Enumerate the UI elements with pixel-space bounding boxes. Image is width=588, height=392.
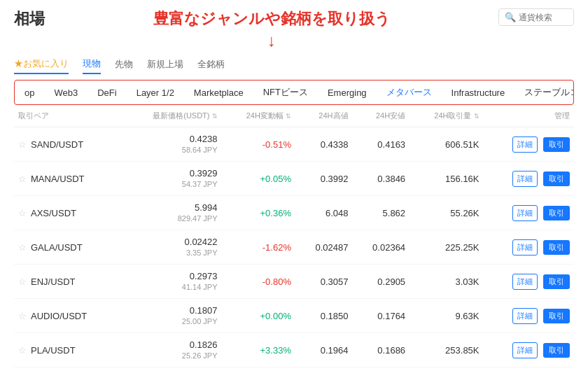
table-row: ☆ PLA/USDT 0.1826 25.26 JPY +3.33% 0.196…: [14, 333, 574, 368]
favorite-star[interactable]: ☆: [18, 276, 27, 287]
cell-manage: 詳細 取引: [484, 127, 574, 162]
price-value: 0.3929: [125, 168, 217, 178]
detail-button[interactable]: 詳細: [512, 308, 538, 324]
change-value: +3.33%: [260, 345, 291, 356]
col-high: 24H高値: [295, 105, 353, 127]
cat-tab-marketplace[interactable]: Marketplace: [184, 82, 253, 104]
page-title: 相場: [14, 8, 45, 29]
filter-tab-spot[interactable]: 現物: [83, 57, 101, 74]
cell-volume: 253.85K: [410, 333, 483, 368]
pair-name-text: AXS/USDT: [31, 208, 76, 218]
cell-low: 0.02364: [353, 230, 410, 265]
cell-manage: 詳細 取引: [484, 230, 574, 265]
cell-change: +0.00%: [222, 299, 295, 333]
pair-name-text: ENJ/USDT: [31, 276, 76, 287]
cat-tab-emerging[interactable]: Emerging: [318, 82, 377, 104]
filter-tab-futures[interactable]: 先物: [115, 58, 133, 74]
cat-tab-defi[interactable]: DeFi: [88, 82, 126, 104]
price-value: 0.1826: [125, 340, 217, 350]
cell-manage: 詳細 取引: [484, 299, 574, 333]
change-value: -0.51%: [262, 139, 291, 150]
search-box[interactable]: 🔍: [498, 8, 574, 26]
trade-button[interactable]: 取引: [543, 206, 570, 220]
filter-tab-new[interactable]: 新規上場: [147, 58, 183, 74]
cell-manage: 詳細 取引: [484, 162, 574, 196]
cell-low: 0.1686: [353, 333, 410, 368]
search-icon: 🔍: [505, 12, 516, 22]
cell-volume: 3.03K: [410, 265, 483, 299]
detail-button[interactable]: 詳細: [512, 205, 538, 221]
favorite-star[interactable]: ☆: [18, 311, 27, 321]
favorite-star[interactable]: ☆: [18, 174, 27, 184]
cell-low: 0.2905: [353, 265, 410, 299]
price-value: 5.994: [125, 202, 217, 213]
cell-low: 0.1764: [353, 299, 410, 333]
search-input[interactable]: [519, 13, 568, 22]
cell-price: 0.3929 54.37 JPY: [120, 162, 221, 196]
price-value: 0.1807: [125, 305, 217, 316]
price-jpy: 25.26 JPY: [182, 351, 218, 360]
cell-change: +3.33%: [222, 333, 295, 368]
pair-name-text: AUDIO/USDT: [31, 311, 87, 321]
table-row: ☆ GALA/USDT 0.02422 3.35 JPY -1.62% 0.02…: [14, 230, 574, 265]
trade-button[interactable]: 取引: [543, 137, 570, 152]
cell-high: 6.048: [295, 196, 353, 230]
price-value: 0.4238: [125, 134, 217, 144]
cell-pair: ☆ AUDIO/USDT: [14, 299, 120, 333]
change-value: -1.62%: [262, 242, 291, 253]
detail-button[interactable]: 詳細: [512, 136, 538, 153]
detail-button[interactable]: 詳細: [512, 342, 538, 358]
cell-low: 0.4163: [353, 127, 410, 162]
favorite-star[interactable]: ☆: [18, 139, 27, 150]
trade-button[interactable]: 取引: [543, 274, 570, 289]
trade-button[interactable]: 取引: [543, 309, 570, 323]
table-row: ☆ AUDIO/USDT 0.1807 25.00 JPY +0.00% 0.1…: [14, 299, 574, 333]
detail-button[interactable]: 詳細: [512, 274, 538, 290]
cell-high: 0.02487: [295, 230, 353, 265]
cell-change: -1.62%: [222, 230, 295, 265]
pair-name-text: MANA/USDT: [31, 174, 85, 184]
col-low: 24H安値: [353, 105, 410, 127]
cat-tab-infra[interactable]: Infrastructure: [442, 82, 515, 104]
col-volume[interactable]: 24H取引量 ⇅: [410, 105, 483, 127]
favorite-star[interactable]: ☆: [18, 242, 27, 253]
cat-tab-web3[interactable]: Web3: [44, 82, 88, 104]
cell-pair: ☆ ENJ/USDT: [14, 265, 120, 299]
cat-tab-op[interactable]: op: [15, 82, 44, 104]
col-price[interactable]: 最新価格(USDT) ⇅: [120, 105, 221, 127]
cell-high: 0.3992: [295, 162, 353, 196]
cell-volume: 9.63K: [410, 299, 483, 333]
cell-pair: ☆ SAND/USDT: [14, 127, 120, 162]
trade-button[interactable]: 取引: [543, 172, 570, 186]
cell-pair: ☆ GALA/USDT: [14, 230, 120, 265]
cell-high: 0.1850: [295, 299, 353, 333]
cat-tab-stablecoin[interactable]: ステーブルコイン: [514, 80, 574, 104]
favorite-star[interactable]: ☆: [18, 345, 27, 356]
price-jpy: 41.14 JPY: [182, 283, 218, 291]
favorite-star[interactable]: ☆: [18, 208, 27, 218]
col-change[interactable]: 24H変動幅 ⇅: [222, 105, 295, 127]
cat-tab-nft[interactable]: NFTビース: [253, 80, 318, 104]
cell-manage: 詳細 取引: [484, 333, 574, 368]
cat-tab-layer[interactable]: Layer 1/2: [127, 82, 184, 104]
cell-volume: 225.25K: [410, 230, 483, 265]
cell-price: 0.1826 25.26 JPY: [120, 333, 221, 368]
cat-tab-metaverse[interactable]: メタバース: [377, 80, 442, 104]
detail-button[interactable]: 詳細: [512, 171, 538, 187]
filter-tab-fav[interactable]: ★お気に入り: [14, 57, 69, 74]
category-tabs: op Web3 DeFi Layer 1/2 Marketplace NFTビー…: [14, 80, 574, 105]
change-value: +0.00%: [260, 311, 291, 321]
cell-price: 0.02422 3.35 JPY: [120, 230, 221, 265]
cell-pair: ☆ AXS/USDT: [14, 196, 120, 230]
promo-text: 豊富なジャンルや銘柄を取り扱う: [153, 8, 391, 29]
cell-high: 0.1964: [295, 333, 353, 368]
col-manage: 管理: [484, 105, 574, 127]
cell-volume: 606.51K: [410, 127, 483, 162]
filter-tab-all[interactable]: 全銘柄: [197, 58, 225, 74]
trade-button[interactable]: 取引: [543, 343, 570, 358]
cell-pair: ☆ MANA/USDT: [14, 162, 120, 196]
detail-button[interactable]: 詳細: [512, 239, 538, 255]
cell-change: -0.51%: [222, 127, 295, 162]
price-jpy: 25.00 JPY: [182, 317, 218, 326]
trade-button[interactable]: 取引: [543, 240, 570, 255]
